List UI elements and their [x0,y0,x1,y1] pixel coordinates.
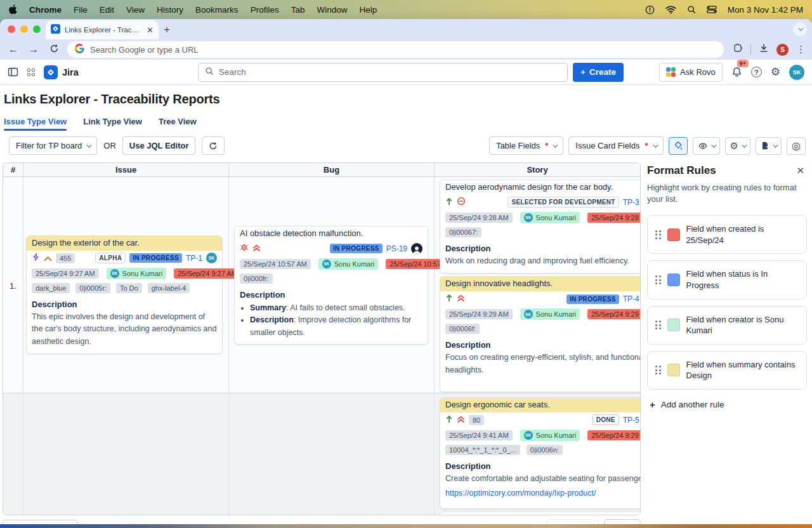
format-rule-item[interactable]: Field when status is In Progress [647,260,807,299]
next-page-button[interactable]: Next [604,519,641,524]
tab-link-type-view[interactable]: Link Type View [83,117,142,131]
assignee-avatar[interactable]: SK [206,253,217,263]
ask-rovo-button[interactable]: Ask Rovo [659,63,723,82]
label-chip: To Do [116,283,142,293]
jira-home-link[interactable]: Jira [44,65,79,79]
address-bar[interactable]: Search Google or type a URL [67,41,724,58]
search-placeholder: Search [219,67,246,77]
menu-edit[interactable]: Edit [100,5,114,15]
desktop-wallpaper-strip [0,524,812,528]
menu-view[interactable]: View [126,5,145,15]
refresh-button[interactable] [202,136,225,155]
page-size-dropdown[interactable]: Page size (20) [3,520,78,525]
browser-tab[interactable]: Links Explorer - Traceability R ✕ [46,20,159,39]
menu-profiles[interactable]: Profiles [251,5,279,15]
reload-button[interactable] [47,44,61,56]
notifications-bell-icon[interactable]: 9+ [731,64,742,80]
table-fields-dropdown[interactable]: Table Fields* [489,136,563,155]
table-row: Design ergonomic car seats. 80 DONE TP-5 [3,393,640,515]
rule-label: Field when created is 25/Sep/24 [686,223,799,246]
help-icon[interactable]: ? [751,67,762,77]
status-badge: SELECTED FOR DEVELOPMENT [508,197,619,208]
browser-menu-icon[interactable]: ⋮ [796,44,806,55]
format-rules-button[interactable] [669,137,688,155]
app-switcher-icon[interactable] [27,69,35,76]
menu-history[interactable]: History [157,5,183,15]
chevron-down-icon [653,142,658,147]
tab-tree-view[interactable]: Tree View [159,117,197,131]
close-window-button[interactable] [8,25,15,33]
menu-window[interactable]: Window [317,5,347,15]
drag-handle-icon[interactable] [655,320,661,329]
forward-button[interactable]: → [27,44,41,55]
issue-card-fields-dropdown[interactable]: Issue Card Fields* [568,136,663,155]
menu-bar-clock[interactable]: Mon 3 Nov 1:42 PM [728,5,803,15]
status-badge: DONE [593,414,619,425]
rule-color-swatch [667,228,680,241]
drag-handle-icon[interactable] [655,230,661,239]
menu-help[interactable]: Help [359,5,377,15]
add-rule-button[interactable]: + Add another rule [647,399,807,410]
app-name: Jira [62,67,79,77]
story-card: Develop aerodynamic design for the car b… [440,180,641,274]
jira-top-nav: Jira Search +Create Ask Rovo 9+ ? ⚙ SK [0,60,812,85]
spotlight-search-icon[interactable] [687,5,696,14]
tab-issue-type-view[interactable]: Issue Type View [4,117,67,131]
external-link[interactable]: https://optimizory.com/monday/lxp-produc… [440,486,641,504]
estimate-chip: 80 [469,415,484,425]
creator-avatar: SK [524,431,533,440]
visibility-dropdown[interactable] [693,137,720,155]
browser-profile-avatar[interactable]: S [776,44,789,56]
format-rule-item[interactable]: Field when creator is Sonu Kumari [647,306,807,345]
issue-key-link[interactable]: PS-19 [386,244,407,253]
settings-dropdown[interactable]: ⚙ [725,137,750,155]
column-header-story: Story [435,163,640,176]
browser-window: Links Explorer - Traceability R ✕ + ← → … [0,19,812,524]
sidebar-toggle-icon[interactable] [8,67,18,77]
format-rule-item[interactable]: Field when summary contains Design [647,351,807,390]
assignee-avatar[interactable] [411,243,422,254]
column-header-index: # [3,163,23,176]
bug-card: AI obstacle detection malfunction. IN PR… [234,226,428,345]
drag-handle-icon[interactable] [655,275,661,284]
created-date-chip: 25/Sep/24 10:57 AM [240,259,311,269]
apple-icon[interactable] [9,4,17,15]
user-avatar[interactable]: SK [789,65,804,80]
status-badge: IN PROGRESS [566,294,619,304]
drag-handle-icon[interactable] [655,366,661,374]
format-rule-item[interactable]: Field when created is 25/Sep/24 [647,215,807,254]
status-menu-icon[interactable] [645,5,655,15]
menu-tab[interactable]: Tab [291,5,305,15]
jql-editor-button[interactable]: Use JQL Editor [122,136,196,155]
issue-key-link[interactable]: TP-1 [186,254,202,263]
plus-icon: + [650,399,655,410]
menu-file[interactable]: File [74,5,88,15]
menu-bookmarks[interactable]: Bookmarks [195,5,239,15]
settings-gear-icon[interactable]: ⚙ [771,67,780,77]
downloads-icon[interactable] [759,43,769,56]
zoom-window-button[interactable] [33,25,41,33]
menu-chrome[interactable]: Chrome [29,5,62,15]
issue-key-link[interactable]: TP-3 [623,198,639,207]
column-header-issue: Issue [23,163,229,176]
control-center-icon[interactable] [707,6,717,13]
export-dropdown[interactable] [756,137,782,155]
create-button[interactable]: +Create [573,63,624,82]
tab-close-icon[interactable]: ✕ [147,26,154,34]
minimize-window-button[interactable] [20,25,28,33]
page-title: Links Explorer - Traceability Reports [3,85,807,107]
close-icon[interactable]: ✕ [794,164,807,178]
creator-avatar: SK [322,260,331,268]
new-tab-button[interactable]: + [164,24,170,35]
previous-page-button[interactable]: Previous [547,519,599,524]
arrow-up-icon [445,293,453,305]
tab-search-chevron-icon[interactable] [793,22,807,36]
board-filter-dropdown[interactable]: Filter for TP board [9,136,97,155]
extensions-icon[interactable] [733,43,743,56]
issue-key-link[interactable]: TP-4 [623,294,639,303]
back-button[interactable]: ← [6,44,20,55]
wifi-icon[interactable] [665,6,676,14]
issue-key-link[interactable]: TP-5 [623,416,639,425]
target-button[interactable]: ◎ [787,137,806,155]
jira-search-input[interactable]: Search [198,63,568,82]
